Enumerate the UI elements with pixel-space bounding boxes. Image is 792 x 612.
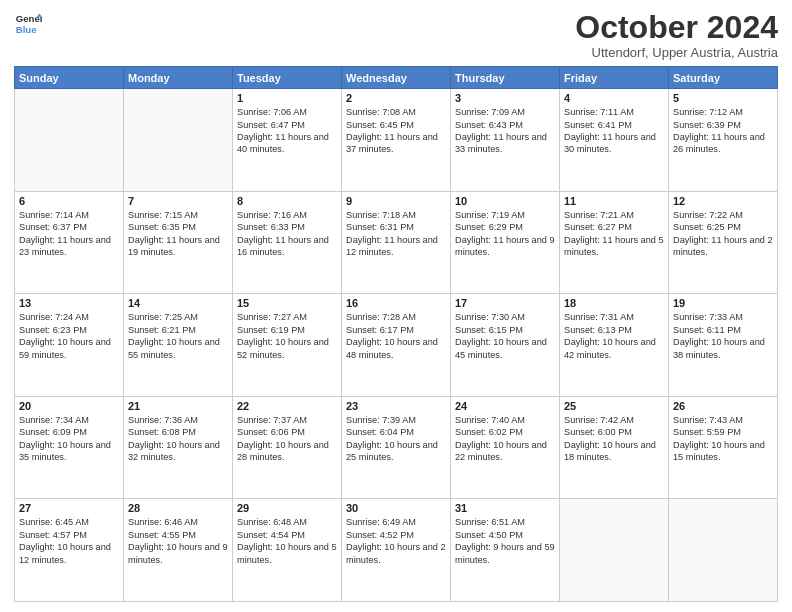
calendar-week-1: 1Sunrise: 7:06 AM Sunset: 6:47 PM Daylig… xyxy=(15,89,778,192)
calendar-cell: 9Sunrise: 7:18 AM Sunset: 6:31 PM Daylig… xyxy=(342,191,451,294)
day-number: 14 xyxy=(128,297,228,309)
day-number: 23 xyxy=(346,400,446,412)
day-number: 31 xyxy=(455,502,555,514)
day-number: 17 xyxy=(455,297,555,309)
day-info: Sunrise: 7:14 AM Sunset: 6:37 PM Dayligh… xyxy=(19,209,119,259)
day-info: Sunrise: 7:37 AM Sunset: 6:06 PM Dayligh… xyxy=(237,414,337,464)
day-info: Sunrise: 7:25 AM Sunset: 6:21 PM Dayligh… xyxy=(128,311,228,361)
day-info: Sunrise: 7:34 AM Sunset: 6:09 PM Dayligh… xyxy=(19,414,119,464)
calendar-cell: 17Sunrise: 7:30 AM Sunset: 6:15 PM Dayli… xyxy=(451,294,560,397)
day-info: Sunrise: 7:24 AM Sunset: 6:23 PM Dayligh… xyxy=(19,311,119,361)
day-number: 6 xyxy=(19,195,119,207)
day-info: Sunrise: 7:22 AM Sunset: 6:25 PM Dayligh… xyxy=(673,209,773,259)
day-info: Sunrise: 7:08 AM Sunset: 6:45 PM Dayligh… xyxy=(346,106,446,156)
day-info: Sunrise: 7:09 AM Sunset: 6:43 PM Dayligh… xyxy=(455,106,555,156)
calendar-cell: 25Sunrise: 7:42 AM Sunset: 6:00 PM Dayli… xyxy=(560,396,669,499)
calendar-cell: 22Sunrise: 7:37 AM Sunset: 6:06 PM Dayli… xyxy=(233,396,342,499)
day-number: 19 xyxy=(673,297,773,309)
day-number: 18 xyxy=(564,297,664,309)
day-number: 8 xyxy=(237,195,337,207)
day-info: Sunrise: 7:36 AM Sunset: 6:08 PM Dayligh… xyxy=(128,414,228,464)
calendar-cell: 10Sunrise: 7:19 AM Sunset: 6:29 PM Dayli… xyxy=(451,191,560,294)
day-info: Sunrise: 6:48 AM Sunset: 4:54 PM Dayligh… xyxy=(237,516,337,566)
day-number: 28 xyxy=(128,502,228,514)
calendar-cell: 24Sunrise: 7:40 AM Sunset: 6:02 PM Dayli… xyxy=(451,396,560,499)
calendar-cell xyxy=(15,89,124,192)
calendar-cell: 6Sunrise: 7:14 AM Sunset: 6:37 PM Daylig… xyxy=(15,191,124,294)
day-info: Sunrise: 7:39 AM Sunset: 6:04 PM Dayligh… xyxy=(346,414,446,464)
day-info: Sunrise: 7:12 AM Sunset: 6:39 PM Dayligh… xyxy=(673,106,773,156)
day-header-sunday: Sunday xyxy=(15,67,124,89)
day-number: 9 xyxy=(346,195,446,207)
calendar-cell: 20Sunrise: 7:34 AM Sunset: 6:09 PM Dayli… xyxy=(15,396,124,499)
day-number: 11 xyxy=(564,195,664,207)
day-number: 2 xyxy=(346,92,446,104)
day-header-thursday: Thursday xyxy=(451,67,560,89)
day-info: Sunrise: 7:18 AM Sunset: 6:31 PM Dayligh… xyxy=(346,209,446,259)
calendar-cell: 8Sunrise: 7:16 AM Sunset: 6:33 PM Daylig… xyxy=(233,191,342,294)
day-info: Sunrise: 7:15 AM Sunset: 6:35 PM Dayligh… xyxy=(128,209,228,259)
day-info: Sunrise: 7:30 AM Sunset: 6:15 PM Dayligh… xyxy=(455,311,555,361)
calendar-cell: 23Sunrise: 7:39 AM Sunset: 6:04 PM Dayli… xyxy=(342,396,451,499)
calendar-cell: 5Sunrise: 7:12 AM Sunset: 6:39 PM Daylig… xyxy=(669,89,778,192)
calendar-cell: 31Sunrise: 6:51 AM Sunset: 4:50 PM Dayli… xyxy=(451,499,560,602)
calendar-cell: 16Sunrise: 7:28 AM Sunset: 6:17 PM Dayli… xyxy=(342,294,451,397)
day-number: 10 xyxy=(455,195,555,207)
day-number: 27 xyxy=(19,502,119,514)
title-block: October 2024 Uttendorf, Upper Austria, A… xyxy=(575,10,778,60)
day-number: 7 xyxy=(128,195,228,207)
calendar-cell: 30Sunrise: 6:49 AM Sunset: 4:52 PM Dayli… xyxy=(342,499,451,602)
calendar-cell: 3Sunrise: 7:09 AM Sunset: 6:43 PM Daylig… xyxy=(451,89,560,192)
day-number: 3 xyxy=(455,92,555,104)
day-info: Sunrise: 6:51 AM Sunset: 4:50 PM Dayligh… xyxy=(455,516,555,566)
calendar-cell xyxy=(124,89,233,192)
day-number: 24 xyxy=(455,400,555,412)
day-number: 16 xyxy=(346,297,446,309)
day-info: Sunrise: 7:21 AM Sunset: 6:27 PM Dayligh… xyxy=(564,209,664,259)
day-info: Sunrise: 7:16 AM Sunset: 6:33 PM Dayligh… xyxy=(237,209,337,259)
day-header-tuesday: Tuesday xyxy=(233,67,342,89)
day-number: 5 xyxy=(673,92,773,104)
calendar-cell: 13Sunrise: 7:24 AM Sunset: 6:23 PM Dayli… xyxy=(15,294,124,397)
calendar-page: General Blue October 2024 Uttendorf, Upp… xyxy=(0,0,792,612)
day-info: Sunrise: 7:19 AM Sunset: 6:29 PM Dayligh… xyxy=(455,209,555,259)
logo: General Blue xyxy=(14,10,42,38)
day-info: Sunrise: 7:11 AM Sunset: 6:41 PM Dayligh… xyxy=(564,106,664,156)
calendar-cell: 27Sunrise: 6:45 AM Sunset: 4:57 PM Dayli… xyxy=(15,499,124,602)
day-number: 4 xyxy=(564,92,664,104)
calendar-cell: 18Sunrise: 7:31 AM Sunset: 6:13 PM Dayli… xyxy=(560,294,669,397)
day-info: Sunrise: 7:06 AM Sunset: 6:47 PM Dayligh… xyxy=(237,106,337,156)
day-header-saturday: Saturday xyxy=(669,67,778,89)
month-title: October 2024 xyxy=(575,10,778,45)
calendar-table: SundayMondayTuesdayWednesdayThursdayFrid… xyxy=(14,66,778,602)
calendar-cell: 4Sunrise: 7:11 AM Sunset: 6:41 PM Daylig… xyxy=(560,89,669,192)
day-header-wednesday: Wednesday xyxy=(342,67,451,89)
day-info: Sunrise: 7:40 AM Sunset: 6:02 PM Dayligh… xyxy=(455,414,555,464)
calendar-week-3: 13Sunrise: 7:24 AM Sunset: 6:23 PM Dayli… xyxy=(15,294,778,397)
day-info: Sunrise: 7:31 AM Sunset: 6:13 PM Dayligh… xyxy=(564,311,664,361)
logo-icon: General Blue xyxy=(14,10,42,38)
calendar-cell: 28Sunrise: 6:46 AM Sunset: 4:55 PM Dayli… xyxy=(124,499,233,602)
day-info: Sunrise: 7:33 AM Sunset: 6:11 PM Dayligh… xyxy=(673,311,773,361)
day-number: 1 xyxy=(237,92,337,104)
calendar-cell: 21Sunrise: 7:36 AM Sunset: 6:08 PM Dayli… xyxy=(124,396,233,499)
calendar-cell xyxy=(560,499,669,602)
day-info: Sunrise: 6:49 AM Sunset: 4:52 PM Dayligh… xyxy=(346,516,446,566)
day-number: 25 xyxy=(564,400,664,412)
day-info: Sunrise: 7:28 AM Sunset: 6:17 PM Dayligh… xyxy=(346,311,446,361)
day-number: 13 xyxy=(19,297,119,309)
day-number: 21 xyxy=(128,400,228,412)
day-number: 30 xyxy=(346,502,446,514)
day-number: 12 xyxy=(673,195,773,207)
day-info: Sunrise: 7:43 AM Sunset: 5:59 PM Dayligh… xyxy=(673,414,773,464)
day-number: 15 xyxy=(237,297,337,309)
day-info: Sunrise: 6:45 AM Sunset: 4:57 PM Dayligh… xyxy=(19,516,119,566)
day-header-monday: Monday xyxy=(124,67,233,89)
day-number: 20 xyxy=(19,400,119,412)
calendar-cell: 1Sunrise: 7:06 AM Sunset: 6:47 PM Daylig… xyxy=(233,89,342,192)
calendar-cell: 2Sunrise: 7:08 AM Sunset: 6:45 PM Daylig… xyxy=(342,89,451,192)
calendar-cell: 12Sunrise: 7:22 AM Sunset: 6:25 PM Dayli… xyxy=(669,191,778,294)
header: General Blue October 2024 Uttendorf, Upp… xyxy=(14,10,778,60)
calendar-cell xyxy=(669,499,778,602)
day-number: 22 xyxy=(237,400,337,412)
